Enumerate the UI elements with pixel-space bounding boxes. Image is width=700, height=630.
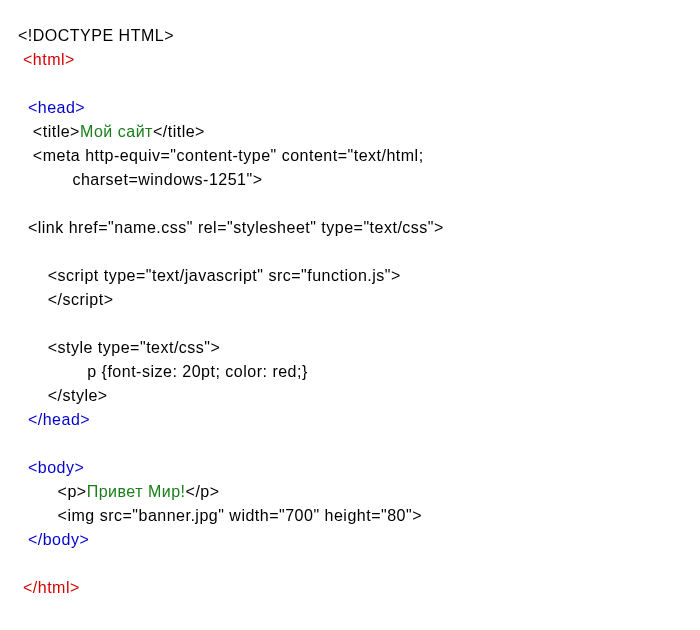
code-segment: <body> [28, 459, 84, 476]
code-segment: <p> [58, 483, 87, 500]
code-segment: </p> [186, 483, 220, 500]
code-segment: charset=windows-1251"> [72, 171, 262, 188]
code-segment: </body> [28, 531, 89, 548]
code-segment: <meta http-equiv="content-type" content=… [33, 147, 424, 164]
code-segment: </html> [23, 579, 80, 596]
indent [18, 267, 48, 284]
code-line: charset=windows-1251"> [18, 168, 682, 192]
code-segment: <link href="name.css" rel="stylesheet" t… [28, 219, 444, 236]
code-line: <script type="text/javascript" src="func… [18, 264, 682, 288]
code-segment: <!DOCTYPE HTML> [18, 27, 174, 44]
indent [18, 459, 28, 476]
code-line: <meta http-equiv="content-type" content=… [18, 144, 682, 168]
code-line: </head> [18, 408, 682, 432]
code-line: <!DOCTYPE HTML> [18, 24, 682, 48]
code-block: <!DOCTYPE HTML> <html> <head> <title>Мой… [0, 0, 700, 624]
code-segment: <head> [28, 99, 85, 116]
code-line: <title>Мой сайт</title> [18, 120, 682, 144]
indent [18, 483, 58, 500]
indent [18, 291, 48, 308]
code-segment: <style type="text/css"> [48, 339, 221, 356]
code-segment: <title> [33, 123, 80, 140]
code-segment: <html> [23, 51, 75, 68]
code-line [18, 72, 682, 96]
indent [18, 411, 28, 428]
code-line: p {font-size: 20pt; color: red;} [18, 360, 682, 384]
code-line: </script> [18, 288, 682, 312]
code-segment: Привет Мир! [87, 483, 186, 500]
indent [18, 219, 28, 236]
code-segment: </style> [48, 387, 108, 404]
code-segment: <img src="banner.jpg" width="700" height… [58, 507, 422, 524]
code-line: <style type="text/css"> [18, 336, 682, 360]
indent [18, 531, 28, 548]
code-line: </style> [18, 384, 682, 408]
code-line: <link href="name.css" rel="stylesheet" t… [18, 216, 682, 240]
indent [18, 507, 58, 524]
indent [18, 339, 48, 356]
code-line [18, 192, 682, 216]
indent [18, 123, 33, 140]
indent [18, 387, 48, 404]
code-line [18, 240, 682, 264]
code-line: <html> [18, 48, 682, 72]
code-line: </html> [18, 576, 682, 600]
code-line: <body> [18, 456, 682, 480]
indent [18, 171, 72, 188]
indent [18, 99, 28, 116]
code-segment: Мой сайт [80, 123, 153, 140]
code-line [18, 432, 682, 456]
code-line [18, 552, 682, 576]
code-segment: <script type="text/javascript" src="func… [48, 267, 401, 284]
code-segment: </script> [48, 291, 114, 308]
code-segment: </title> [153, 123, 205, 140]
code-line [18, 312, 682, 336]
code-segment: </head> [28, 411, 90, 428]
code-line: <p>Привет Мир!</p> [18, 480, 682, 504]
indent [18, 147, 33, 164]
code-line: <img src="banner.jpg" width="700" height… [18, 504, 682, 528]
indent [18, 363, 87, 380]
code-line: </body> [18, 528, 682, 552]
code-segment: p {font-size: 20pt; color: red;} [87, 363, 308, 380]
code-line: <head> [18, 96, 682, 120]
